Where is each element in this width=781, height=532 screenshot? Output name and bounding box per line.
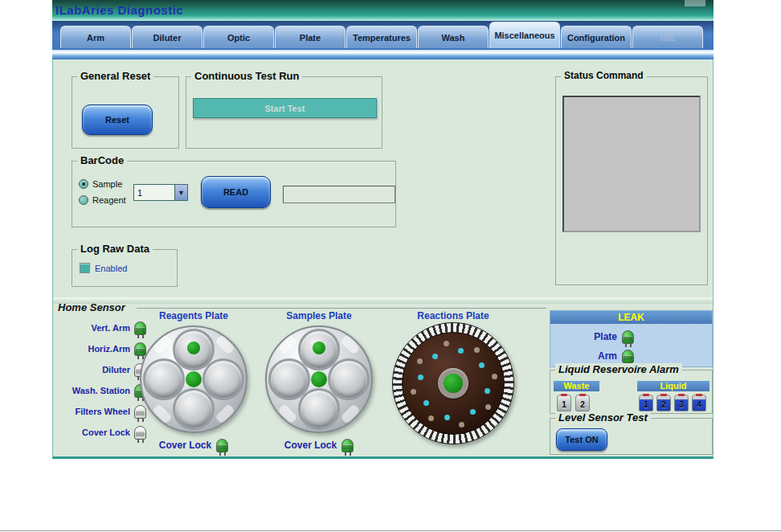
reaction-position-dot [411,389,416,395]
general-reset-group: General Reset Reset [72,76,179,149]
window-control[interactable] [685,0,705,6]
enabled-checkbox-label: Enabled [95,264,127,273]
liquid-reservoir-group: Liquid Reservoire Alarm Waste 1 2 Liquid… [550,370,713,414]
liquid-tank-2: 2 [656,395,671,411]
sample-radio-button[interactable] [79,179,88,189]
samples-well-bottom [298,388,340,430]
home-sensor-line [137,308,546,309]
enabled-checkbox-row[interactable]: Enabled [80,263,127,273]
reagents-cover-lock-led-icon [216,439,228,452]
position-indicator-dot [187,342,200,354]
chevron-down-icon[interactable]: ▼ [174,185,187,200]
reactions-plate-title: Reactions Plate [393,310,513,321]
dropdown-value: 1 [134,188,174,198]
leak-row-plate: Plate [562,329,634,345]
reaction-position-dot [444,415,450,420]
bottom-section-separator [53,297,713,304]
reaction-position-dot [428,415,434,421]
continuous-test-run-group: Continuous Test Run Start Test [186,76,382,149]
center-indicator-dot [311,371,327,387]
tab-arm[interactable]: Arm [60,26,131,48]
status-command-title: Status Command [561,70,647,81]
reaction-position-dot [485,388,490,394]
reaction-position-dot [459,422,464,428]
reactions-center-dot [444,374,463,393]
cover-lock-label: Cover Lock [159,440,211,451]
reset-button[interactable]: Reset [82,104,153,135]
samples-plate-title: Samples Plate [259,310,379,321]
client-area: General Reset Reset Continuous Test Run … [52,59,714,459]
sensor-label: Horiz.Arm [88,344,130,354]
enabled-checkbox[interactable] [80,263,90,273]
reaction-position-dot [485,404,491,410]
reaction-position-dot [444,341,449,346]
waste-header: Waste [554,381,599,391]
tab-strip: Arm Diluter Optic Plate Temperatures Was… [52,21,714,50]
reaction-position-dot [423,400,429,406]
tab-temperatures[interactable]: Temperatures [346,26,417,48]
leak-arm-led-icon [622,350,634,363]
reaction-position-dot [432,354,438,359]
reaction-position-dot [492,374,497,379]
window-title: ILabAries Diagnostic [55,3,183,17]
barcode-position-dropdown[interactable]: 1 ▼ [133,184,188,201]
sensor-label: Cover Lock [82,428,130,437]
reactions-plate-gear-ring [392,322,514,444]
tab-ise[interactable]: ISE [632,26,703,48]
barcode-result-field[interactable] [283,186,395,203]
status-command-list[interactable] [562,96,701,232]
reagent-radio[interactable]: Reagent [79,195,126,205]
plate-highlight [152,334,172,354]
horiz-arm-led-icon [134,342,146,356]
plate-highlight [215,334,235,354]
test-on-button[interactable]: Test ON [556,428,607,451]
tab-plate[interactable]: Plate [275,26,346,48]
leak-plate-label: Plate [594,331,617,342]
page-border-line [0,530,781,531]
barcode-group: BarCode Sample Reagent 1 ▼ READ [72,161,396,227]
sensor-row-wash-station: Wash. Station [56,383,146,399]
plate-highlight [340,334,360,354]
plate-highlight [215,403,235,424]
sensor-label: Diluter [102,365,130,374]
sample-radio-label: Sample [92,179,122,189]
app-window: ILabAries Diagnostic Arm Diluter Optic P… [52,0,714,459]
tab-miscellaneous[interactable]: Miscellaneous [489,22,560,48]
position-indicator-dot [313,342,325,354]
sensor-label: Vert. Arm [91,323,130,333]
sensor-row-diluter: Diluter [56,362,146,378]
tab-wash[interactable]: Wash [418,26,489,48]
leak-header: LEAK [550,311,712,324]
sensor-label: Wash. Station [72,386,130,395]
center-indicator-dot [186,371,202,387]
reaction-position-dot [474,347,480,353]
reagents-well-bottom [173,388,215,430]
sample-radio[interactable]: Sample [79,179,122,189]
tab-configuration[interactable]: Configuration [561,26,632,48]
liquid-tank-3: 3 [674,395,689,411]
plate-highlight [277,403,297,424]
samples-plate [265,325,373,433]
liquid-tank-1: 1 [639,395,653,411]
leak-panel: LEAK Plate Arm [550,310,713,367]
liquid-tank-4: 4 [692,395,706,411]
tab-diluter[interactable]: Diluter [132,26,202,48]
leak-plate-led-icon [622,330,634,344]
reagent-radio-button[interactable] [79,195,88,205]
leak-arm-label: Arm [598,350,617,362]
tab-optic[interactable]: Optic [203,26,274,48]
reagents-cover-lock: Cover Lock [129,437,258,453]
status-command-group: Status Command [555,76,708,285]
plate-highlight [277,334,297,354]
level-sensor-test-group: Level Sensor Test Test ON [550,418,713,455]
tab-strip-separator [52,50,714,59]
log-raw-data-group: Log Raw Data Enabled [72,249,178,287]
leak-row-arm: Arm [562,348,634,364]
read-button[interactable]: READ [201,176,271,208]
sensor-label: Filters Wheel [76,407,130,416]
reaction-position-dot [458,348,464,354]
reaction-position-dot [417,358,423,364]
plate-highlight [152,403,172,424]
start-test-button[interactable]: Start Test [193,98,377,118]
reactions-plate-hub [438,368,468,399]
